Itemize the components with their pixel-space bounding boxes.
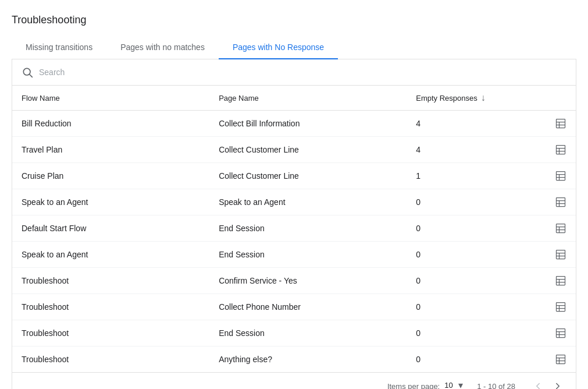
tab-pages-no-response[interactable]: Pages with No Response: [219, 36, 338, 59]
page-title: Troubleshooting: [12, 14, 576, 26]
cell-flow-name: Travel Plan: [12, 137, 209, 163]
content-area: Flow Name Page Name Empty Responses ↓ Bi…: [12, 59, 576, 389]
next-page-button[interactable]: [549, 379, 566, 389]
cell-empty-responses: 0: [407, 346, 519, 373]
table-row: TroubleshootAnything else?0: [12, 346, 576, 373]
tab-pages-no-matches[interactable]: Pages with no matches: [106, 36, 219, 59]
cell-empty-responses: 0: [407, 189, 519, 215]
cell-flow-name: Troubleshoot: [12, 294, 209, 320]
list-view-icon[interactable]: [529, 353, 566, 365]
table-row: Speak to an AgentEnd Session0: [12, 242, 576, 268]
col-flow-name: Flow Name: [12, 86, 209, 111]
chevron-right-icon: [553, 381, 563, 389]
items-per-page-label: Items per page:: [387, 382, 440, 390]
chevron-left-icon: [533, 381, 543, 389]
cell-page-name: Collect Bill Information: [209, 111, 407, 137]
svg-rect-30: [557, 303, 565, 312]
table-row: TroubleshootCollect Phone Number0: [12, 294, 576, 320]
list-view-icon[interactable]: [529, 170, 566, 182]
list-view-icon[interactable]: [529, 327, 566, 339]
cell-action-icon[interactable]: [519, 346, 576, 373]
cell-flow-name: Speak to an Agent: [12, 189, 209, 215]
cell-page-name: Collect Phone Number: [209, 294, 407, 320]
sort-arrow-icon: ↓: [481, 93, 486, 103]
cell-page-name: Collect Customer Line: [209, 163, 407, 189]
cell-action-icon[interactable]: [519, 294, 576, 320]
col-empty-responses[interactable]: Empty Responses ↓: [407, 86, 519, 111]
cell-action-icon[interactable]: [519, 242, 576, 268]
table-row: Travel PlanCollect Customer Line4: [12, 137, 576, 163]
cell-empty-responses: 1: [407, 163, 519, 189]
cell-flow-name: Troubleshoot: [12, 268, 209, 294]
list-view-icon[interactable]: [529, 249, 566, 260]
table-row: Default Start FlowEnd Session0: [12, 215, 576, 242]
per-page-select[interactable]: 10 25 50 100: [444, 381, 457, 389]
prev-page-button[interactable]: [529, 379, 547, 389]
cell-action-icon[interactable]: [519, 111, 576, 137]
cell-action-icon[interactable]: [519, 189, 576, 215]
table-row: Speak to an AgentSpeak to an Agent0: [12, 189, 576, 215]
table-footer: Items per page: 10 25 50 100 ▾ 1 - 10 of…: [12, 372, 576, 389]
table-row: TroubleshootEnd Session0: [12, 320, 576, 346]
list-view-icon[interactable]: [529, 144, 566, 155]
cell-empty-responses: 0: [407, 268, 519, 294]
cell-flow-name: Troubleshoot: [12, 320, 209, 346]
table-row: Cruise PlanCollect Customer Line1: [12, 163, 576, 189]
cell-page-name: End Session: [209, 215, 407, 242]
col-page-name: Page Name: [209, 86, 407, 111]
data-table: Flow Name Page Name Empty Responses ↓ Bi…: [12, 86, 576, 372]
svg-rect-22: [557, 250, 565, 259]
cell-empty-responses: 0: [407, 242, 519, 268]
cell-action-icon[interactable]: [519, 320, 576, 346]
cell-action-icon[interactable]: [519, 215, 576, 242]
cell-flow-name: Default Start Flow: [12, 215, 209, 242]
cell-page-name: End Session: [209, 242, 407, 268]
cell-page-name: End Session: [209, 320, 407, 346]
svg-rect-34: [557, 329, 565, 338]
list-view-icon[interactable]: [529, 301, 566, 313]
cell-action-icon[interactable]: [519, 268, 576, 294]
svg-rect-26: [557, 277, 565, 285]
svg-rect-14: [557, 198, 565, 207]
svg-rect-38: [557, 355, 565, 364]
cell-page-name: Collect Customer Line: [209, 137, 407, 163]
svg-line-1: [30, 75, 33, 77]
search-icon: [22, 66, 33, 78]
cell-empty-responses: 4: [407, 111, 519, 137]
cell-empty-responses: 0: [407, 215, 519, 242]
cell-action-icon[interactable]: [519, 137, 576, 163]
table-header-row: Flow Name Page Name Empty Responses ↓: [12, 86, 576, 111]
cell-flow-name: Cruise Plan: [12, 163, 209, 189]
table-row: Bill ReductionCollect Bill Information4: [12, 111, 576, 137]
tabs-container: Missing transitions Pages with no matche…: [12, 36, 576, 59]
cell-flow-name: Speak to an Agent: [12, 242, 209, 268]
svg-rect-6: [557, 146, 565, 154]
pagination-info: 1 - 10 of 28: [477, 382, 515, 390]
list-view-icon[interactable]: [529, 196, 566, 208]
list-view-icon[interactable]: [529, 222, 566, 234]
dropdown-arrow-icon: ▾: [458, 380, 463, 389]
pagination-nav: [529, 379, 566, 389]
svg-rect-10: [557, 172, 565, 181]
search-input[interactable]: [39, 68, 566, 77]
svg-rect-2: [557, 119, 565, 128]
tab-missing-transitions[interactable]: Missing transitions: [12, 36, 106, 59]
cell-empty-responses: 0: [407, 294, 519, 320]
items-per-page: Items per page: 10 25 50 100 ▾: [387, 380, 463, 389]
cell-flow-name: Bill Reduction: [12, 111, 209, 137]
cell-empty-responses: 0: [407, 320, 519, 346]
svg-rect-18: [557, 224, 565, 233]
cell-flow-name: Troubleshoot: [12, 346, 209, 373]
cell-empty-responses: 4: [407, 137, 519, 163]
table-row: TroubleshootConfirm Service - Yes0: [12, 268, 576, 294]
cell-page-name: Anything else?: [209, 346, 407, 373]
cell-page-name: Speak to an Agent: [209, 189, 407, 215]
list-view-icon[interactable]: [529, 275, 566, 287]
cell-action-icon[interactable]: [519, 163, 576, 189]
list-view-icon[interactable]: [529, 118, 566, 129]
col-actions: [519, 86, 576, 111]
cell-page-name: Confirm Service - Yes: [209, 268, 407, 294]
search-bar: [12, 59, 576, 86]
